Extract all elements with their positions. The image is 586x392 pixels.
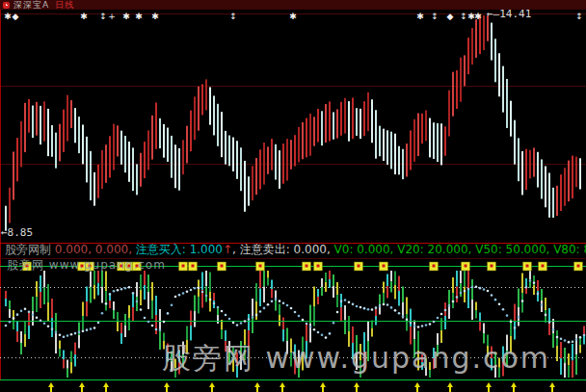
ma-dot bbox=[298, 315, 301, 318]
ma-dot bbox=[479, 287, 482, 290]
ma-dot bbox=[533, 281, 536, 284]
candle bbox=[47, 109, 49, 156]
osc-bar bbox=[259, 289, 261, 307]
up-arrow-icon bbox=[281, 387, 283, 392]
osc-bar bbox=[452, 277, 454, 293]
ma-dot bbox=[568, 341, 571, 344]
osc-bar bbox=[186, 327, 188, 341]
candle bbox=[483, 15, 485, 50]
buy-signal-dot bbox=[259, 265, 262, 268]
osc-bar bbox=[329, 271, 331, 279]
candle bbox=[545, 166, 546, 207]
osc-bar bbox=[483, 324, 485, 334]
osc-bar bbox=[259, 271, 261, 289]
osc-bar bbox=[24, 334, 26, 347]
ma-dot bbox=[163, 321, 166, 324]
osc-bar bbox=[456, 287, 458, 303]
candle bbox=[40, 106, 41, 144]
ma-dot bbox=[132, 292, 135, 295]
osc-bar bbox=[460, 271, 462, 284]
osc-bar bbox=[279, 315, 280, 327]
candle bbox=[425, 111, 427, 142]
ma-dot bbox=[128, 286, 131, 289]
up-arrow-icon bbox=[549, 382, 555, 387]
candle bbox=[221, 112, 223, 157]
candle bbox=[448, 91, 450, 137]
osc-bar bbox=[217, 315, 219, 324]
osc-bar bbox=[198, 297, 200, 314]
ma-dot bbox=[421, 325, 424, 327]
osc-bar bbox=[336, 295, 338, 307]
candle bbox=[321, 111, 323, 145]
status-segment-v50-value: V50: 50.000, bbox=[475, 243, 553, 256]
plus-mark-icon: + bbox=[108, 12, 116, 21]
diamond-mark-icon: ◆ bbox=[447, 12, 454, 21]
ma-dot bbox=[263, 307, 266, 310]
ma-dot bbox=[363, 307, 366, 310]
buy-signal-dot bbox=[221, 265, 224, 268]
candle bbox=[506, 79, 508, 128]
candle bbox=[225, 131, 226, 165]
candle bbox=[136, 164, 138, 195]
osc-bar bbox=[40, 275, 41, 292]
ma-dot bbox=[491, 294, 493, 297]
candle bbox=[147, 130, 149, 170]
candle bbox=[209, 87, 211, 124]
ma-dot bbox=[240, 322, 243, 325]
ma-dot bbox=[440, 313, 443, 316]
ma-dot bbox=[51, 327, 54, 330]
osc-bar bbox=[105, 272, 107, 292]
app-icon[interactable] bbox=[3, 2, 10, 9]
up-arrow-icon bbox=[416, 387, 418, 392]
candle bbox=[317, 109, 319, 143]
osc-bar bbox=[63, 359, 65, 369]
candle bbox=[186, 126, 188, 164]
period-label[interactable]: 日线 bbox=[55, 0, 74, 10]
ma-dot bbox=[521, 300, 524, 302]
osc-bar bbox=[306, 324, 307, 342]
ma-dot bbox=[548, 321, 551, 324]
osc-bar bbox=[82, 302, 84, 317]
osc-bar bbox=[124, 314, 126, 326]
candle bbox=[167, 128, 169, 162]
ma-dot bbox=[367, 308, 370, 311]
up-arrow-icon bbox=[48, 382, 54, 387]
osc-bar bbox=[213, 293, 215, 301]
ma-dot bbox=[518, 316, 520, 319]
ma-dot bbox=[325, 336, 328, 339]
ma-dot bbox=[101, 312, 104, 315]
candle bbox=[228, 136, 230, 167]
ma-dot bbox=[32, 313, 35, 316]
buy-signal-dot bbox=[465, 265, 467, 268]
osc-bar bbox=[572, 344, 573, 361]
ma-dot bbox=[217, 306, 220, 309]
up-arrow-icon bbox=[511, 382, 517, 387]
candle bbox=[201, 84, 203, 115]
candle bbox=[82, 124, 84, 164]
osc-bar bbox=[460, 284, 462, 298]
osc-bar bbox=[263, 271, 265, 287]
up-arrow-icon bbox=[488, 387, 490, 392]
ma-dot bbox=[294, 311, 297, 314]
asterisk-mark-icon: ✱ bbox=[416, 12, 424, 21]
ma-dot bbox=[136, 301, 139, 303]
osc-bar bbox=[583, 335, 585, 345]
ma-dot bbox=[360, 306, 362, 309]
ma-dot bbox=[198, 287, 200, 290]
candle bbox=[294, 135, 296, 166]
osc-bar bbox=[155, 296, 157, 315]
main-chart-canvas[interactable]: ✱◆✱↕+✱✱✱↕✱✱↕◆↕✱✱↕ bbox=[0, 0, 586, 392]
ma-dot bbox=[221, 310, 224, 313]
osc-bar bbox=[5, 291, 7, 299]
candle bbox=[360, 109, 361, 139]
osc-bar bbox=[514, 304, 516, 323]
osc-bar bbox=[255, 301, 257, 320]
watermark-small: 股旁网 www.gupang.com bbox=[7, 258, 166, 272]
ma-dot bbox=[456, 296, 459, 299]
osc-bar bbox=[537, 280, 539, 291]
diamond-mark-icon: ◆ bbox=[13, 12, 19, 21]
asterisk-mark-icon: ✱ bbox=[122, 12, 130, 21]
osc-bar bbox=[140, 290, 142, 305]
osc-bar bbox=[329, 279, 331, 288]
osc-bar bbox=[333, 274, 334, 286]
